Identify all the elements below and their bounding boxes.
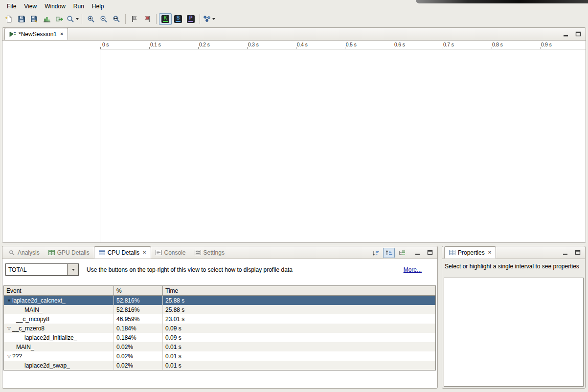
event-name: laplace2d_swap_ (24, 362, 70, 369)
table-row[interactable]: laplace2d_swap_ 0.02% 0.01 s (4, 361, 435, 370)
event-percent: 52.816% (114, 305, 163, 314)
zoom-out-button[interactable] (97, 13, 110, 25)
table-row[interactable]: laplace2d_initialize_ 0.184% 0.09 s (4, 333, 435, 342)
export-button[interactable] (53, 13, 66, 25)
menu-help[interactable]: Help (88, 2, 108, 11)
details-panel: Analysis GPU Details CPU Details × Conso… (2, 246, 438, 389)
menu-file[interactable]: File (3, 2, 20, 11)
table-row[interactable]: __c_mzero8 0.184% 0.09 s (4, 324, 435, 333)
table-row[interactable]: ??? 0.02% 0.01 s (4, 351, 435, 361)
save-session-button[interactable] (15, 13, 28, 25)
event-name: __c_mcopy8 (16, 316, 49, 323)
minimize-icon[interactable] (413, 249, 422, 257)
next-marker-button[interactable] (128, 13, 141, 25)
ruler-tick: 0.3 s (248, 42, 259, 47)
analysis-icon (203, 15, 211, 23)
top-down-view-button[interactable] (383, 248, 395, 258)
console-tab-icon (156, 250, 162, 255)
menu-run[interactable]: Run (69, 2, 88, 11)
ruler-tick: 0.2 s (199, 42, 210, 47)
tab-cpu-details[interactable]: CPU Details × (94, 246, 151, 259)
close-icon[interactable]: × (143, 250, 146, 255)
toolbar-separator (156, 14, 157, 24)
minimize-icon[interactable] (561, 249, 570, 257)
toolbar-separator (200, 14, 200, 24)
analysis-dropdown-button[interactable] (203, 13, 216, 25)
event-percent: 46.959% (114, 314, 163, 324)
menu-window[interactable]: Window (41, 2, 69, 11)
maximize-icon[interactable] (574, 30, 583, 38)
column-header-time[interactable]: Time (163, 286, 435, 295)
timeline-canvas[interactable]: 0 s 0.1 s 0.2 s 0.3 s 0.4 s 0.5 s 0.6 s … (100, 41, 586, 242)
ruler-tick: 0.6 s (394, 42, 405, 47)
menu-view[interactable]: View (20, 2, 41, 11)
kernel-toggle-button[interactable]: K (159, 13, 172, 25)
tree-expander-icon[interactable] (6, 298, 12, 303)
table-row[interactable]: laplace2d_calcnext_ 52.816% 25.88 s (4, 296, 435, 305)
minimize-icon[interactable] (562, 30, 570, 38)
table-row[interactable]: __c_mcopy8 46.959% 23.01 s (4, 314, 435, 324)
details-tabbar: Analysis GPU Details CPU Details × Conso… (2, 246, 437, 259)
column-header-percent[interactable]: % (114, 286, 163, 295)
display-mode-dropdown[interactable]: TOTAL (5, 263, 79, 276)
tree-expander-icon[interactable] (6, 354, 12, 359)
chevron-down-icon[interactable] (67, 264, 78, 275)
zoom-in-button[interactable] (85, 13, 97, 25)
stream-letter: S (177, 16, 180, 21)
event-time: 0.09 s (163, 324, 435, 333)
tab-settings[interactable]: Settings (190, 246, 229, 259)
maximize-icon[interactable] (426, 249, 434, 257)
session-icon (9, 31, 16, 37)
prev-marker-button[interactable] (141, 13, 154, 25)
close-icon[interactable]: × (60, 31, 63, 37)
event-time: 23.01 s (163, 314, 435, 324)
properties-content: Select or highlight a single interval to… (442, 259, 585, 388)
tab-console[interactable]: Console (151, 246, 190, 259)
tab-session[interactable]: *NewSession1 × (4, 28, 68, 40)
timeline-names-pane[interactable] (2, 41, 100, 242)
ruler-tick: 0.7 s (443, 42, 454, 47)
profile-view-buttons (370, 248, 408, 258)
process-toggle-button[interactable]: P (184, 13, 197, 25)
properties-tab-icon (449, 250, 455, 255)
table-row[interactable]: MAIN_ 0.02% 0.01 s (4, 342, 435, 351)
flat-view-button[interactable] (370, 248, 382, 258)
tab-analysis[interactable]: Analysis (4, 246, 44, 259)
close-icon[interactable]: × (488, 250, 491, 255)
chevron-down-icon (212, 18, 215, 20)
chevron-down-icon (76, 18, 79, 20)
table-header: Event % Time (4, 286, 435, 296)
search-dropdown-button[interactable] (66, 13, 79, 25)
toolbar-separator (82, 14, 82, 24)
column-header-event[interactable]: Event (4, 286, 114, 295)
new-session-button[interactable] (2, 13, 15, 25)
properties-tabbar: Properties × (442, 246, 585, 259)
tab-cpu-details-label: CPU Details (108, 249, 139, 256)
tree-expander-icon[interactable] (6, 326, 12, 331)
more-link[interactable]: More... (404, 266, 422, 273)
editor-window-controls (562, 30, 583, 38)
event-time: 0.09 s (163, 333, 435, 342)
new-session-icon (5, 15, 13, 23)
stream-toggle-button[interactable]: S (172, 13, 184, 25)
zoom-fit-button[interactable] (110, 13, 123, 25)
tab-properties-label: Properties (458, 249, 485, 256)
ruler-tick: 0.5 s (346, 42, 357, 47)
tab-properties[interactable]: Properties × (444, 246, 496, 259)
table-row[interactable]: MAIN_ 52.816% 25.88 s (4, 305, 435, 314)
properties-empty-box (444, 278, 584, 387)
profile-chart-button[interactable] (41, 13, 53, 25)
kernel-toggle-icon: K (161, 15, 169, 23)
save-as-button[interactable] (28, 13, 41, 25)
gpu-details-tab-icon (48, 250, 55, 255)
ruler-tick: 0.9 s (541, 42, 552, 47)
maximize-icon[interactable] (573, 249, 582, 257)
tab-gpu-details[interactable]: GPU Details (44, 246, 94, 259)
stream-toggle-icon: S (174, 15, 182, 23)
cpu-details-tab-icon (99, 250, 105, 255)
process-letter: P (189, 16, 193, 21)
bottom-up-view-button[interactable] (396, 248, 408, 258)
timeline-content: 0 s 0.1 s 0.2 s 0.3 s 0.4 s 0.5 s 0.6 s … (2, 41, 586, 242)
event-name: __c_mzero8 (12, 325, 45, 332)
event-name: laplace2d_initialize_ (24, 334, 77, 341)
